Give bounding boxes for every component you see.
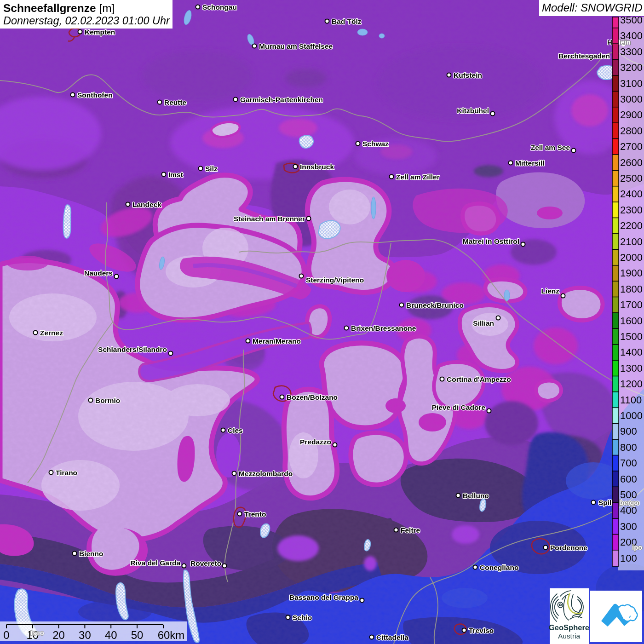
svg-text:Cles: Cles (228, 426, 243, 434)
svg-text:1000: 1000 (620, 410, 643, 421)
svg-text:Pieve di Cadore: Pieve di Cadore (432, 403, 486, 411)
svg-text:800: 800 (620, 442, 637, 453)
svg-text:ipo: ipo (632, 543, 643, 551)
svg-text:Schlanders/Silandro: Schlanders/Silandro (98, 345, 167, 353)
svg-text:2000: 2000 (620, 252, 643, 263)
svg-text:Zell am See: Zell am See (531, 144, 570, 151)
svg-text:Brixen/Bressanone: Brixen/Bressanone (351, 324, 416, 332)
svg-text:Sonthofen: Sonthofen (77, 91, 113, 99)
svg-text:Trento: Trento (244, 510, 266, 518)
svg-text:600: 600 (620, 473, 637, 485)
svg-text:lein: lein (619, 38, 631, 46)
svg-text:Conegliano: Conegliano (480, 564, 518, 571)
svg-text:2700: 2700 (620, 141, 643, 152)
svg-text:300: 300 (620, 521, 637, 532)
svg-text:Bassano del Grappa: Bassano del Grappa (289, 593, 358, 601)
svg-text:1800: 1800 (620, 283, 643, 295)
svg-text:Pordenone: Pordenone (550, 544, 587, 552)
svg-text:Meran/Merano: Meran/Merano (253, 337, 301, 345)
svg-text:Rovereto: Rovereto (190, 559, 221, 567)
svg-text:Kufstein: Kufstein (454, 71, 482, 79)
svg-text:Schongau: Schongau (202, 3, 237, 11)
svg-text:3300: 3300 (620, 46, 643, 58)
svg-text:1200: 1200 (620, 378, 643, 390)
svg-text:2400: 2400 (620, 188, 643, 200)
svg-text:Steinach am Brenner: Steinach am Brenner (234, 215, 305, 223)
svg-text:Murnau am Staffelsee: Murnau am Staffelsee (259, 42, 333, 50)
svg-text:GeoSphere: GeoSphere (549, 623, 589, 632)
svg-text:20: 20 (52, 629, 65, 641)
svg-text:3100: 3100 (620, 78, 643, 89)
svg-text:Cortina d'Ampezzo: Cortina d'Ampezzo (447, 375, 511, 383)
svg-text:Iseo: Iseo (30, 629, 44, 637)
svg-text:Mezzolombardo: Mezzolombardo (239, 470, 293, 477)
svg-text:Schneefallgrenze [m]: Schneefallgrenze [m] (3, 2, 115, 14)
svg-text:Zernez: Zernez (40, 329, 63, 337)
svg-text:Bad Tölz: Bad Tölz (332, 17, 362, 25)
svg-text:1600: 1600 (620, 315, 643, 327)
svg-text:Schio: Schio (293, 614, 312, 621)
svg-text:Belluno: Belluno (463, 492, 489, 500)
svg-text:Riva del Garda: Riva del Garda (130, 559, 180, 567)
svg-text:Sterzing/Vipiteno: Sterzing/Vipiteno (306, 276, 364, 284)
svg-text:Zell am Ziller: Zell am Ziller (396, 173, 440, 181)
svg-text:3200: 3200 (620, 62, 643, 73)
svg-text:1100: 1100 (620, 394, 642, 406)
svg-text:0: 0 (3, 629, 9, 641)
svg-text:1900: 1900 (620, 267, 643, 279)
svg-text:H: H (607, 38, 612, 46)
svg-text:Cittadella: Cittadella (376, 633, 408, 641)
svg-text:3000: 3000 (620, 93, 643, 105)
svg-text:Berchtesgaden: Berchtesgaden (558, 52, 610, 60)
svg-text:Landeck: Landeck (132, 201, 161, 208)
svg-text:Bozen/Bolzano: Bozen/Bolzano (287, 393, 338, 401)
svg-text:400: 400 (620, 505, 637, 516)
svg-text:1300: 1300 (620, 362, 643, 374)
svg-text:Schwaz: Schwaz (362, 140, 389, 148)
svg-text:Innsbruck: Innsbruck (300, 163, 334, 171)
svg-text:Austria: Austria (558, 632, 581, 640)
svg-text:1700: 1700 (620, 299, 643, 310)
svg-text:700: 700 (620, 457, 637, 469)
svg-text:Mittersill: Mittersill (515, 159, 545, 167)
svg-text:1400: 1400 (620, 346, 643, 358)
svg-text:2200: 2200 (620, 220, 643, 231)
svg-text:2600: 2600 (620, 157, 643, 168)
svg-text:100: 100 (620, 552, 637, 564)
svg-text:2500: 2500 (620, 172, 643, 184)
svg-text:Feltre: Feltre (401, 526, 420, 534)
svg-text:Bormio: Bormio (95, 397, 120, 404)
svg-text:Kempten: Kempten (85, 28, 115, 36)
svg-text:Silz: Silz (205, 165, 218, 172)
svg-text:Modell: SNOWGRID: Modell: SNOWGRID (542, 1, 643, 14)
svg-text:Predazzo: Predazzo (300, 438, 331, 446)
svg-text:Reutte: Reutte (164, 98, 187, 106)
svg-text:Treviso: Treviso (469, 627, 494, 634)
svg-text:Imst: Imst (168, 171, 183, 178)
svg-text:2300: 2300 (620, 204, 643, 216)
svg-text:Kitzbühel: Kitzbühel (457, 107, 489, 115)
svg-text:Sillian: Sillian (473, 319, 494, 327)
svg-text:2800: 2800 (620, 125, 643, 137)
svg-text:Nauders: Nauders (84, 269, 113, 277)
svg-text:50: 50 (131, 629, 144, 641)
svg-text:Garmisch-Partenkirchen: Garmisch-Partenkirchen (240, 96, 323, 104)
svg-text:40: 40 (105, 629, 117, 641)
svg-text:Donnerstag, 02.02.2023 01:00 U: Donnerstag, 02.02.2023 01:00 Uhr (3, 15, 170, 27)
svg-text:Lienz: Lienz (541, 287, 559, 295)
svg-text:60km: 60km (158, 629, 185, 641)
svg-text:2100: 2100 (620, 236, 643, 247)
svg-text:2900: 2900 (620, 109, 643, 121)
svg-text:Bienno: Bienno (79, 550, 104, 558)
svg-text:1500: 1500 (620, 331, 643, 342)
svg-text:Bruneck/Brunico: Bruneck/Brunico (406, 301, 464, 309)
svg-text:Tirano: Tirano (56, 469, 77, 477)
svg-text:Matrei in Osttirol: Matrei in Osttirol (463, 237, 519, 245)
svg-text:30: 30 (79, 629, 91, 641)
svg-text:900: 900 (620, 426, 637, 437)
svg-text:bergo: bergo (619, 499, 638, 506)
